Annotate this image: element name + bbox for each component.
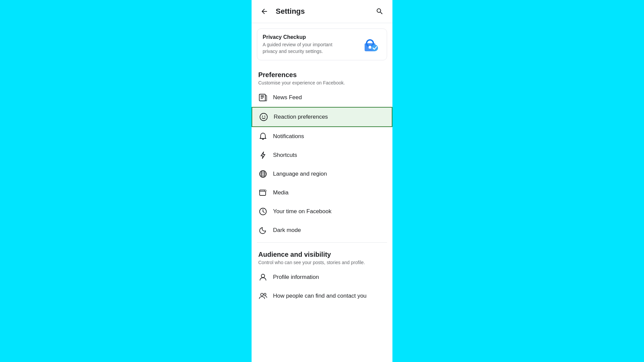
svg-point-3 xyxy=(371,45,378,51)
people-icon xyxy=(258,291,268,301)
audience-subtitle: Control who can see your posts, stories … xyxy=(258,260,386,265)
header-left: Settings xyxy=(258,5,305,17)
privacy-checkup-description: A guided review of your important privac… xyxy=(263,42,343,55)
svg-rect-5 xyxy=(261,96,264,97)
globe-icon xyxy=(258,169,268,179)
preferences-subtitle: Customise your experience on Facebook. xyxy=(258,80,386,85)
privacy-checkup-card[interactable]: Privacy Checkup A guided review of your … xyxy=(257,28,387,60)
menu-item-reaction-preferences[interactable]: Reaction preferences xyxy=(252,107,392,127)
bell-icon xyxy=(258,132,268,141)
menu-item-media[interactable]: Media xyxy=(252,183,392,202)
privacy-checkup-title: Privacy Checkup xyxy=(263,34,343,40)
how-people-find-label: How people can find and contact you xyxy=(273,293,367,299)
svg-point-24 xyxy=(261,293,263,296)
page-title: Settings xyxy=(276,7,305,16)
svg-point-19 xyxy=(265,190,266,192)
svg-point-25 xyxy=(264,293,266,295)
search-button[interactable] xyxy=(374,5,386,17)
notifications-label: Notifications xyxy=(273,133,304,140)
audience-title: Audience and visibility xyxy=(258,251,386,258)
menu-item-notifications[interactable]: Notifications xyxy=(252,127,392,146)
moon-icon xyxy=(258,226,268,235)
clock-icon xyxy=(258,207,268,216)
reaction-preferences-label: Reaction preferences xyxy=(274,114,328,120)
person-icon xyxy=(258,273,268,282)
menu-item-dark-mode[interactable]: Dark mode xyxy=(252,221,392,240)
profile-information-label: Profile information xyxy=(273,274,319,281)
menu-item-news-feed[interactable]: News Feed xyxy=(252,88,392,107)
svg-rect-6 xyxy=(261,97,264,98)
svg-rect-8 xyxy=(265,96,267,101)
news-feed-label: News Feed xyxy=(273,94,302,101)
audience-section-header: Audience and visibility Control who can … xyxy=(252,245,392,268)
preferences-section-header: Preferences Customise your experience on… xyxy=(252,66,392,88)
svg-rect-2 xyxy=(369,46,371,49)
media-label: Media xyxy=(273,189,288,196)
section-divider xyxy=(257,242,387,243)
content-area: Privacy Checkup A guided review of your … xyxy=(252,23,392,362)
shortcuts-label: Shortcuts xyxy=(273,152,297,159)
phone-container: Settings Privacy Checkup A guided review… xyxy=(252,0,392,362)
svg-line-22 xyxy=(263,212,264,213)
svg-point-9 xyxy=(260,113,267,121)
media-icon xyxy=(258,188,268,197)
privacy-checkup-icon xyxy=(361,35,381,55)
dark-mode-label: Dark mode xyxy=(273,227,301,234)
back-button[interactable] xyxy=(258,5,270,17)
svg-point-10 xyxy=(262,116,263,117)
menu-item-profile-information[interactable]: Profile information xyxy=(252,268,392,287)
emoji-icon xyxy=(259,112,268,122)
preferences-title: Preferences xyxy=(258,71,386,79)
lightning-icon xyxy=(258,150,268,160)
privacy-checkup-text: Privacy Checkup A guided review of your … xyxy=(263,34,343,55)
svg-rect-7 xyxy=(261,99,263,99)
your-time-label: Your time on Facebook xyxy=(273,208,331,215)
menu-item-shortcuts[interactable]: Shortcuts xyxy=(252,146,392,165)
header: Settings xyxy=(252,0,392,23)
svg-point-11 xyxy=(264,116,265,117)
menu-item-language-region[interactable]: Language and region xyxy=(252,165,392,183)
language-region-label: Language and region xyxy=(273,171,327,177)
menu-item-your-time[interactable]: Your time on Facebook xyxy=(252,202,392,221)
svg-point-23 xyxy=(261,274,265,278)
menu-item-how-people-find[interactable]: How people can find and contact you xyxy=(252,287,392,305)
newspaper-icon xyxy=(258,93,268,102)
